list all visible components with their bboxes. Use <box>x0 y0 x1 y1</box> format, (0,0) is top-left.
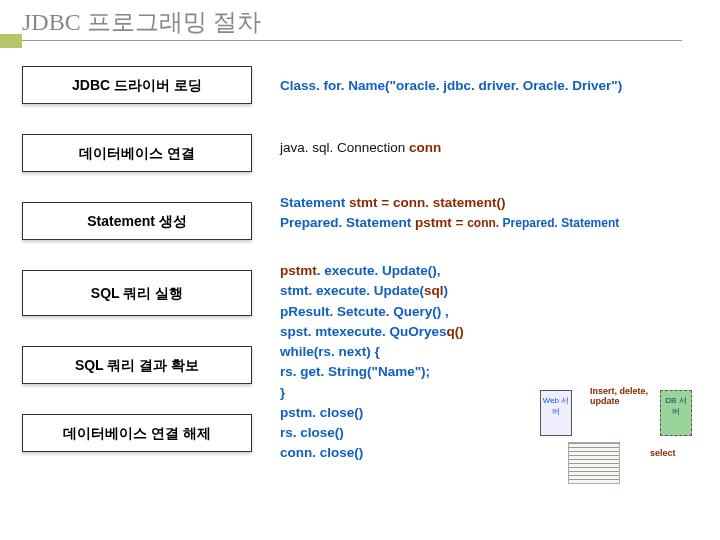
code-text: } <box>280 385 285 400</box>
code-text: conn. close() <box>280 445 363 460</box>
code-line: Class. for. Name("oracle. jdbc. driver. … <box>280 78 622 93</box>
insert-label: Insert, delete, update <box>590 386 650 406</box>
code-text: while(rs. next) { <box>280 344 380 359</box>
code-text: Prepared. Statement <box>280 215 415 230</box>
step-box: SQL 쿼리 실행 <box>22 270 252 316</box>
code-text: . execute. Update(), <box>317 263 441 278</box>
document-icon <box>568 442 620 484</box>
code-text: rs. get. String("Name"); <box>280 364 430 379</box>
web-label: Web 서버 <box>543 396 570 416</box>
code-text: q() <box>447 324 464 339</box>
code-text: spst. mtexecute. QuOryes <box>280 324 447 339</box>
step-box: 데이터베이스 연결 해제 <box>22 414 252 452</box>
code-text: sql <box>424 283 444 298</box>
code-text: stmt = conn. statement() <box>349 195 505 210</box>
code-text: Prepared. Statement <box>503 216 620 230</box>
code-text: conn <box>409 140 441 155</box>
code-text: java. sql. Connection <box>280 140 409 155</box>
slide-title: JDBC 프로그래밍 절차 <box>22 6 682 41</box>
code-text: ) <box>444 283 449 298</box>
web-server-icon: Web 서버 <box>540 390 572 436</box>
code-text: rs. close() <box>280 425 344 440</box>
db-label: DB 서 버 <box>665 396 686 416</box>
select-label: select <box>650 448 676 458</box>
code-text: pstmt <box>280 263 317 278</box>
code-text: Statement <box>280 195 349 210</box>
db-server-icon: DB 서 버 <box>660 390 692 436</box>
code-text: pstm. close() <box>280 405 363 420</box>
code-text: stmt. execute. Update( <box>280 283 424 298</box>
step-box: 데이터베이스 연결 <box>22 134 252 172</box>
accent-bar <box>0 34 22 48</box>
step-boxes: JDBC 드라이버 로딩 데이터베이스 연결 Statement 생성 SQL … <box>22 66 252 482</box>
step-box: JDBC 드라이버 로딩 <box>22 66 252 104</box>
code-text: pstmt = <box>415 215 467 230</box>
code-text: pResult. Setcute. Query() , <box>280 304 449 319</box>
diagram: Web 서버 DB 서 버 Insert, delete, update sel… <box>540 390 720 500</box>
step-box: Statement 생성 <box>22 202 252 240</box>
step-box: SQL 쿼리 결과 확보 <box>22 346 252 384</box>
code-text: conn. <box>467 216 502 230</box>
